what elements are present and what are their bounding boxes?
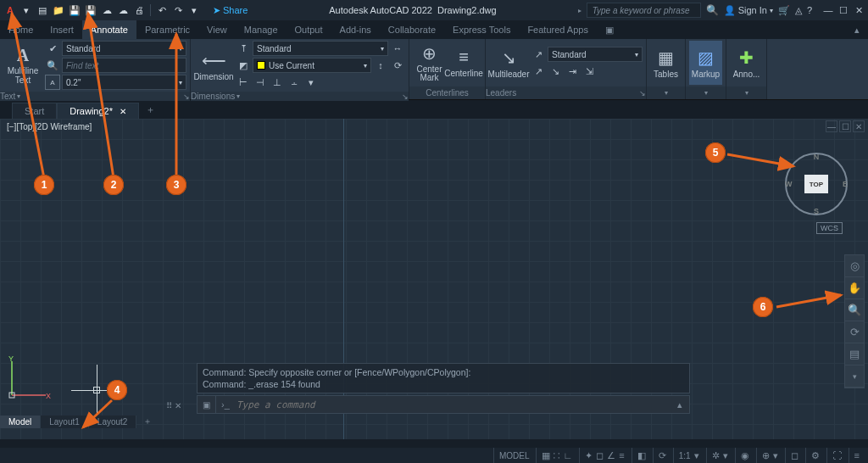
panel-dimensions-title[interactable]: Dimensions ▾↘ — [191, 92, 409, 101]
leader-remove-icon[interactable]: ↘ — [548, 64, 563, 79]
nav-expand-icon[interactable]: ▾ — [845, 365, 864, 388]
dim-misc3-icon[interactable]: ⊥ — [270, 75, 285, 90]
layout-tab-1[interactable]: Layout1 — [41, 416, 89, 428]
panel-annoscale-title[interactable]: ▾ — [726, 86, 766, 99]
exchange-icon[interactable]: 🛒 — [778, 5, 790, 16]
tab-annotate[interactable]: Annotate — [82, 20, 136, 39]
tables-button[interactable]: ▦ Tables — [650, 41, 682, 85]
anno-monitor-icon[interactable]: ◉ — [741, 450, 749, 461]
save-icon[interactable]: 💾 — [68, 3, 81, 17]
tab-featured[interactable]: Featured Apps — [519, 20, 597, 39]
anno-scale-status[interactable]: 1:1 — [679, 451, 691, 460]
app-icon[interactable]: ◬ — [795, 5, 802, 16]
dim-tool3-icon[interactable]: ⟳ — [390, 58, 405, 73]
dim-misc4-icon[interactable]: ⫠ — [287, 75, 302, 90]
units-icon[interactable]: ⊕ — [762, 450, 770, 461]
tab-collaborate[interactable]: Collaborate — [380, 20, 444, 39]
hardware-icon[interactable]: ⚙ — [811, 450, 820, 461]
file-tab-drawing[interactable]: Drawing2*✕ — [57, 103, 139, 119]
close-tab-icon[interactable]: ✕ — [120, 107, 126, 116]
grid-icon[interactable]: ▦ — [542, 450, 550, 461]
panel-tables-title[interactable]: ▾ — [647, 86, 685, 99]
tab-parametric[interactable]: Parametric — [136, 20, 198, 39]
plot-icon[interactable]: 🖨 — [132, 3, 146, 17]
maximize-icon[interactable]: ☐ — [837, 5, 849, 16]
dim-tool2-icon[interactable]: ↕ — [373, 58, 388, 73]
text-height-dropdown[interactable]: 0.2"▾ — [62, 75, 186, 90]
panel-text-title[interactable]: Text ▾ ↘ — [0, 92, 190, 101]
nav-pan-icon[interactable]: ✋ — [845, 277, 864, 299]
web-mobile-open-icon[interactable]: ☁ — [100, 3, 114, 17]
leader-align-icon[interactable]: ⇥ — [565, 64, 580, 79]
tab-addins[interactable]: Add-ins — [331, 20, 380, 39]
nav-orbit-icon[interactable]: ⟳ — [845, 321, 864, 343]
tab-manage[interactable]: Manage — [236, 20, 287, 39]
web-mobile-save-icon[interactable]: ☁ — [116, 3, 130, 17]
otrack-icon[interactable]: ∠ — [607, 450, 615, 461]
dim-layer-dropdown[interactable]: Use Current▾ — [253, 58, 371, 73]
cleanscreen-icon[interactable]: ⛶ — [832, 450, 842, 460]
dim-misc5-icon[interactable]: ▾ — [303, 75, 319, 90]
leader-style-dropdown[interactable]: Standard▾ — [548, 47, 643, 62]
signin-button[interactable]: 👤 Sign In ▾ — [724, 5, 773, 16]
nav-wheel-icon[interactable]: ◎ — [845, 255, 864, 277]
dimension-button[interactable]: ⟵ Dimension — [194, 43, 233, 87]
cmd-recent-icon[interactable]: ▴ — [670, 399, 689, 410]
tab-insert[interactable]: Insert — [42, 20, 82, 39]
new-tab-button[interactable]: ＋ — [139, 101, 162, 119]
tab-output[interactable]: Output — [287, 20, 331, 39]
tab-home[interactable]: Home — [0, 20, 42, 39]
new-icon[interactable]: ▤ — [36, 3, 49, 17]
nav-showmotion-icon[interactable]: ▤ — [845, 343, 864, 365]
center-mark-button[interactable]: ⊕ Center Mark — [413, 41, 446, 85]
text-height-icon[interactable]: A — [45, 75, 60, 90]
viewcube[interactable]: N S E W TOP — [785, 153, 848, 215]
search-caret-icon[interactable]: ▸ — [578, 7, 581, 14]
cycling-icon[interactable]: ⟳ — [659, 450, 666, 461]
ortho-icon[interactable]: ∟ — [563, 450, 572, 460]
cmdline-handle[interactable]: ⠿ ✕ — [166, 401, 181, 410]
layout-tab-2[interactable]: Layout2 — [89, 416, 137, 428]
dim-misc2-icon[interactable]: ⊣ — [253, 75, 268, 90]
wcs-label[interactable]: WCS — [816, 222, 843, 234]
snap-icon[interactable]: ⸬ — [554, 450, 559, 461]
vp-maximize-icon[interactable]: ☐ — [839, 120, 851, 132]
qat-caret-icon[interactable]: ▾ — [19, 3, 33, 17]
drawing-area[interactable]: [−][Top][2D Wireframe] — ☐ ✕ N S E W TOP… — [0, 119, 868, 439]
dim-misc1-icon[interactable]: ⊢ — [236, 75, 251, 90]
file-tab-start[interactable]: Start — [12, 103, 57, 119]
multiline-text-button[interactable]: A Multiline Text — [3, 43, 42, 87]
nav-zoom-icon[interactable]: 🔍 — [845, 299, 864, 321]
viewport-label[interactable]: [−][Top][2D Wireframe] — [7, 122, 92, 131]
spellcheck-icon[interactable]: ✔ — [45, 41, 60, 56]
dim-style-dropdown[interactable]: Standard▾ — [253, 41, 388, 56]
panel-leaders-title[interactable]: Leaders↘ — [486, 86, 646, 99]
ribbon-minimize-icon[interactable]: ▴ — [846, 20, 868, 39]
minimize-icon[interactable]: — — [822, 5, 834, 16]
qat-more-icon[interactable]: ▾ — [187, 3, 201, 17]
dimlayer-icon[interactable]: ◩ — [236, 58, 251, 73]
leader-style-icon[interactable]: ↗ — [531, 47, 546, 62]
transparency-icon[interactable]: ◧ — [637, 450, 646, 461]
panel-markup-title[interactable]: ▾ — [686, 86, 726, 99]
customize-icon[interactable]: ≡ — [854, 450, 860, 460]
status-model[interactable]: MODEL — [493, 448, 535, 463]
workspace-icon[interactable]: ✲ — [712, 450, 720, 461]
dimstyle-icon[interactable]: ⤒ — [236, 41, 251, 56]
vp-close-icon[interactable]: ✕ — [853, 120, 865, 132]
centerline-button[interactable]: ≡ Centerline — [446, 41, 481, 85]
layout-add-button[interactable]: ＋ — [136, 414, 159, 429]
close-icon[interactable]: ✕ — [853, 5, 865, 16]
search-icon[interactable]: 🔍 — [706, 4, 719, 16]
find-icon[interactable]: 🔍 — [45, 58, 60, 73]
polar-icon[interactable]: ✦ — [585, 450, 593, 461]
anno-scale-button[interactable]: ✚ Anno... — [730, 41, 763, 85]
tab-extra-icon[interactable]: ▣ — [597, 20, 622, 39]
find-text-input[interactable]: Find text — [62, 58, 186, 73]
undo-icon[interactable]: ↶ — [155, 3, 169, 17]
app-menu-icon[interactable]: A — [3, 3, 17, 17]
vp-minimize-icon[interactable]: — — [826, 120, 837, 132]
tab-view[interactable]: View — [198, 20, 236, 39]
ucs-icon[interactable]: Y X — [7, 356, 51, 400]
text-style-dropdown[interactable]: Standard▾ — [62, 41, 186, 56]
